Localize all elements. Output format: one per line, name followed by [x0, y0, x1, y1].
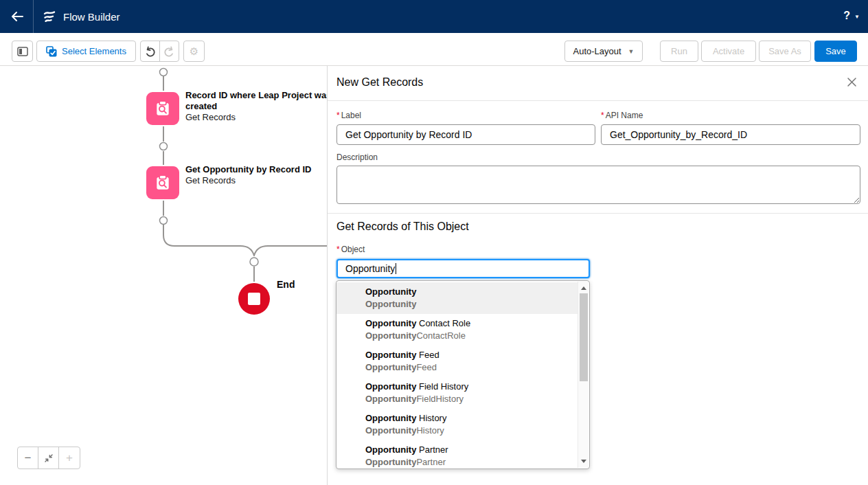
- flow-settings-button[interactable]: ⚙: [183, 41, 205, 62]
- option-api-name: Opportunity: [365, 457, 416, 467]
- object-option-opportunity-partner[interactable]: Opportunity Partner OpportunityPartner: [336, 440, 579, 469]
- api-name-input[interactable]: [601, 124, 860, 145]
- option-api-name: Opportunity: [365, 394, 416, 404]
- flow-builder-logo-icon: [43, 9, 58, 24]
- multi-select-checkbox-icon: [46, 46, 57, 57]
- gear-icon: ⚙: [190, 45, 198, 58]
- undo-icon: [144, 46, 156, 57]
- fit-to-view-button[interactable]: [38, 447, 59, 469]
- option-label: Opportunity: [365, 381, 416, 392]
- panel-title: New Get Records: [336, 76, 423, 89]
- back-button[interactable]: [8, 8, 26, 25]
- option-label: Opportunity: [365, 413, 416, 423]
- get-records-icon: [154, 174, 172, 192]
- undo-redo-group: [140, 41, 179, 62]
- header-divider: [33, 0, 34, 33]
- option-label: Opportunity: [365, 444, 416, 455]
- object-option-opportunity-feed[interactable]: Opportunity Feed OpportunityFeed: [336, 346, 579, 377]
- zoom-controls: − +: [17, 447, 80, 469]
- app-header: Flow Builder ? ▼: [0, 0, 868, 33]
- save-as-label: Save As: [768, 46, 801, 56]
- get-records-icon: [154, 100, 172, 117]
- object-suggestions-list: Opportunity Opportunity Opportunity Cont…: [336, 282, 579, 469]
- dropdown-scrollbar[interactable]: [578, 282, 589, 468]
- zoom-out-button[interactable]: −: [18, 447, 38, 469]
- option-label: Opportunity: [365, 350, 416, 360]
- undo-button[interactable]: [141, 41, 159, 61]
- scroll-down-arrow-icon[interactable]: [581, 460, 586, 463]
- panel-toggle-icon: [17, 47, 28, 56]
- save-as-button[interactable]: Save As: [759, 41, 811, 62]
- object-input-value: Opportunity: [345, 263, 395, 274]
- option-api-name: Opportunity: [365, 299, 416, 309]
- object-field-label: *Object: [336, 245, 365, 254]
- text-cursor: [396, 263, 396, 274]
- fit-to-view-icon: [44, 453, 54, 463]
- layout-mode-label: Auto-Layout: [573, 46, 621, 56]
- select-elements-button[interactable]: Select Elements: [36, 41, 136, 62]
- label-input[interactable]: [336, 124, 595, 145]
- end-node-label: End: [277, 279, 295, 290]
- node-title: Record ID where Leap Project was: [185, 90, 331, 101]
- select-elements-label: Select Elements: [62, 46, 126, 56]
- get-records-node-2-text: Get Opportunity by Record ID Get Records: [185, 164, 311, 186]
- object-input[interactable]: Opportunity: [336, 259, 590, 278]
- description-field-label: Description: [336, 153, 378, 162]
- node-title: created: [185, 101, 331, 112]
- get-records-node-1[interactable]: [146, 92, 179, 125]
- api-name-field-label: *API Name: [601, 111, 643, 120]
- scrollbar-thumb[interactable]: [580, 293, 588, 381]
- node-subtitle: Get Records: [185, 175, 311, 186]
- node-title: Get Opportunity by Record ID: [185, 164, 311, 175]
- chevron-down-icon: ▼: [628, 48, 635, 55]
- zoom-in-button[interactable]: +: [59, 447, 80, 469]
- option-api-name: Opportunity: [365, 425, 416, 436]
- activate-button[interactable]: Activate: [701, 41, 756, 62]
- redo-icon: [163, 46, 175, 57]
- close-icon: [847, 77, 857, 87]
- description-textarea[interactable]: [336, 166, 860, 204]
- object-option-opportunity[interactable]: Opportunity Opportunity: [336, 282, 579, 314]
- left-arrow-icon: [10, 11, 24, 22]
- redo-button[interactable]: [160, 41, 179, 61]
- end-icon: [238, 283, 270, 315]
- layout-mode-dropdown[interactable]: Auto-Layout ▼: [564, 41, 643, 62]
- new-get-records-panel: New Get Records *Label *API Name Descrip…: [327, 66, 868, 485]
- save-label: Save: [825, 46, 846, 56]
- get-records-node-2[interactable]: [146, 166, 179, 199]
- object-suggestions-dropdown: Opportunity Opportunity Opportunity Cont…: [336, 280, 590, 469]
- flow-toolbar: Select Elements ⚙ Auto-Layout ▼ Run Acti…: [0, 33, 868, 66]
- required-marker: *: [336, 245, 340, 254]
- object-option-opportunity-contact-role[interactable]: Opportunity Contact Role OpportunityCont…: [336, 314, 579, 346]
- panel-header-divider: [328, 100, 868, 101]
- run-button[interactable]: Run: [660, 41, 698, 62]
- object-option-opportunity-field-history[interactable]: Opportunity Field History OpportunityFie…: [336, 377, 579, 409]
- get-records-node-1-text: Record ID where Leap Project was created…: [185, 90, 331, 123]
- option-label: Opportunity: [365, 318, 416, 328]
- scroll-up-arrow-icon[interactable]: [581, 286, 586, 290]
- section-heading: Get Records of This Object: [336, 221, 469, 233]
- node-subtitle: Get Records: [185, 112, 331, 123]
- option-api-name: Opportunity: [365, 362, 416, 372]
- toggle-toolbox-button[interactable]: [12, 41, 33, 62]
- object-option-opportunity-history[interactable]: Opportunity History OpportunityHistory: [336, 409, 579, 440]
- activate-label: Activate: [713, 46, 744, 56]
- end-node[interactable]: [238, 283, 270, 315]
- close-panel-button[interactable]: [847, 77, 859, 89]
- run-label: Run: [671, 46, 687, 56]
- save-button[interactable]: Save: [814, 41, 857, 62]
- help-menu[interactable]: ?: [843, 10, 850, 22]
- option-api-name: Opportunity: [365, 330, 416, 341]
- option-label: Opportunity: [365, 286, 416, 297]
- help-caret-icon[interactable]: ▼: [854, 14, 860, 20]
- app-title: Flow Builder: [63, 11, 120, 23]
- panel-section-divider: [328, 213, 868, 214]
- label-field-label: *Label: [336, 111, 361, 120]
- required-marker: *: [336, 111, 340, 120]
- required-marker: *: [601, 111, 604, 120]
